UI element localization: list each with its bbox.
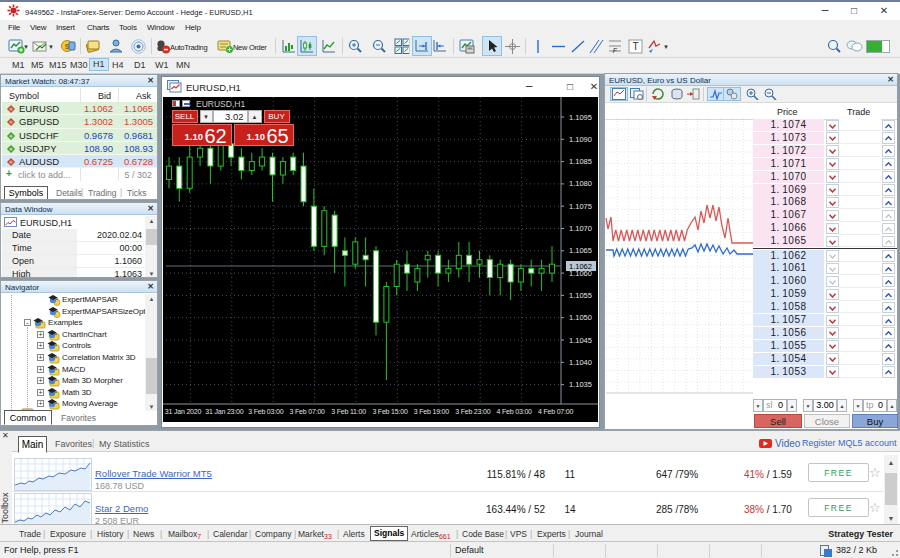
svg-text:3 Feb 15:00: 3 Feb 15:00 xyxy=(372,408,407,415)
svg-text:31 Jan 23:00: 31 Jan 23:00 xyxy=(205,408,243,415)
svg-text:3 Feb 07:00: 3 Feb 07:00 xyxy=(290,408,325,415)
svg-text:F: F xyxy=(613,47,618,54)
svg-text:1.1070: 1.1070 xyxy=(569,224,592,233)
svg-text:3 Feb 11:00: 3 Feb 11:00 xyxy=(331,408,366,415)
svg-text:1.1055: 1.1055 xyxy=(569,291,592,300)
svg-text:1.1075: 1.1075 xyxy=(569,202,592,211)
svg-text:1.1065: 1.1065 xyxy=(569,246,592,255)
svg-text:1.1035: 1.1035 xyxy=(569,380,592,389)
svg-text:1.1050: 1.1050 xyxy=(569,313,592,322)
svg-text:1.1095: 1.1095 xyxy=(569,113,592,122)
svg-text:4 Feb 03:00: 4 Feb 03:00 xyxy=(497,408,532,415)
svg-text:T: T xyxy=(632,41,638,52)
svg-text:1.1080: 1.1080 xyxy=(569,179,592,188)
svg-text:1.1045: 1.1045 xyxy=(569,336,592,345)
svg-text:1.1062: 1.1062 xyxy=(569,262,592,271)
svg-text:1.1090: 1.1090 xyxy=(569,135,592,144)
svg-text:3 Feb 03:00: 3 Feb 03:00 xyxy=(248,408,283,415)
svg-text:31 Jan 2020: 31 Jan 2020 xyxy=(165,408,202,415)
svg-text:1.1085: 1.1085 xyxy=(569,157,592,166)
svg-text:3 Feb 19:00: 3 Feb 19:00 xyxy=(414,408,449,415)
svg-text:3 Feb 23:00: 3 Feb 23:00 xyxy=(455,408,490,415)
svg-text:4 Feb 07:00: 4 Feb 07:00 xyxy=(538,408,573,415)
svg-text:1.1040: 1.1040 xyxy=(569,358,592,367)
